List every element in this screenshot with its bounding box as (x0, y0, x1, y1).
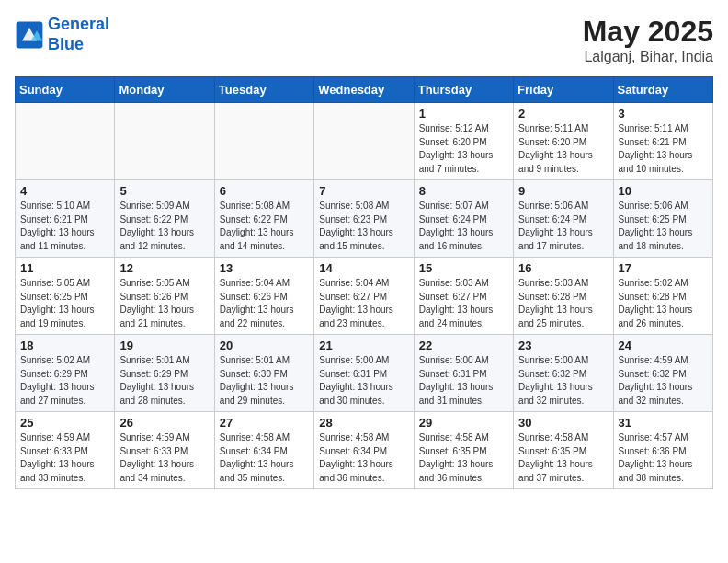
day-info: Sunrise: 5:00 AM Sunset: 6:31 PM Dayligh… (419, 354, 508, 408)
day-info: Sunrise: 5:10 AM Sunset: 6:21 PM Dayligh… (20, 200, 109, 253)
calendar-cell: 2Sunrise: 5:11 AM Sunset: 6:20 PM Daylig… (514, 103, 613, 180)
day-info: Sunrise: 4:57 AM Sunset: 6:36 PM Dayligh… (619, 431, 708, 485)
logo: General Blue (15, 15, 109, 54)
day-number: 11 (20, 261, 109, 275)
day-info: Sunrise: 5:00 AM Sunset: 6:31 PM Dayligh… (319, 354, 408, 408)
calendar-week-row: 18Sunrise: 5:02 AM Sunset: 6:29 PM Dayli… (16, 335, 713, 412)
day-info: Sunrise: 5:06 AM Sunset: 6:24 PM Dayligh… (518, 200, 608, 253)
calendar-cell: 22Sunrise: 5:00 AM Sunset: 6:31 PM Dayli… (414, 335, 513, 412)
calendar-cell: 10Sunrise: 5:06 AM Sunset: 6:25 PM Dayli… (613, 180, 712, 258)
calendar-week-row: 11Sunrise: 5:05 AM Sunset: 6:25 PM Dayli… (16, 258, 713, 335)
day-number: 5 (119, 184, 209, 198)
calendar-cell: 5Sunrise: 5:09 AM Sunset: 6:22 PM Daylig… (115, 180, 214, 258)
weekday-header-monday: Monday (115, 77, 214, 103)
day-info: Sunrise: 5:05 AM Sunset: 6:25 PM Dayligh… (20, 277, 109, 330)
page-header: General Blue May 2025 Lalganj, Bihar, In… (15, 15, 713, 65)
day-number: 13 (220, 261, 309, 275)
day-number: 29 (419, 416, 508, 430)
calendar-cell: 11Sunrise: 5:05 AM Sunset: 6:25 PM Dayli… (16, 258, 115, 335)
day-info: Sunrise: 5:02 AM Sunset: 6:29 PM Dayligh… (20, 354, 109, 408)
day-number: 8 (419, 184, 508, 198)
calendar-cell: 26Sunrise: 4:59 AM Sunset: 6:33 PM Dayli… (115, 412, 214, 489)
day-number: 25 (20, 416, 109, 430)
calendar-cell: 7Sunrise: 5:08 AM Sunset: 6:23 PM Daylig… (314, 180, 414, 258)
calendar-cell: 27Sunrise: 4:58 AM Sunset: 6:34 PM Dayli… (214, 412, 313, 489)
calendar-cell (214, 103, 313, 180)
day-info: Sunrise: 5:05 AM Sunset: 6:26 PM Dayligh… (119, 277, 209, 330)
day-number: 7 (319, 184, 408, 198)
day-info: Sunrise: 5:00 AM Sunset: 6:32 PM Dayligh… (518, 354, 608, 408)
day-number: 27 (220, 416, 309, 430)
calendar-cell: 21Sunrise: 5:00 AM Sunset: 6:31 PM Dayli… (314, 335, 414, 412)
day-number: 28 (319, 416, 408, 430)
calendar-cell: 31Sunrise: 4:57 AM Sunset: 6:36 PM Dayli… (613, 412, 712, 489)
calendar-cell: 20Sunrise: 5:01 AM Sunset: 6:30 PM Dayli… (214, 335, 313, 412)
day-number: 23 (518, 339, 608, 352)
day-info: Sunrise: 5:03 AM Sunset: 6:28 PM Dayligh… (518, 277, 608, 330)
weekday-header-saturday: Saturday (613, 77, 712, 103)
calendar-cell: 24Sunrise: 4:59 AM Sunset: 6:32 PM Dayli… (613, 335, 712, 412)
day-info: Sunrise: 5:11 AM Sunset: 6:21 PM Dayligh… (619, 122, 708, 176)
day-info: Sunrise: 5:01 AM Sunset: 6:30 PM Dayligh… (220, 354, 309, 408)
day-number: 3 (619, 107, 708, 121)
calendar-cell: 28Sunrise: 4:58 AM Sunset: 6:34 PM Dayli… (314, 412, 414, 489)
day-number: 2 (518, 107, 608, 121)
calendar-table: SundayMondayTuesdayWednesdayThursdayFrid… (15, 76, 713, 489)
day-number: 22 (419, 339, 508, 352)
calendar-cell: 1Sunrise: 5:12 AM Sunset: 6:20 PM Daylig… (414, 103, 513, 180)
calendar-week-row: 1Sunrise: 5:12 AM Sunset: 6:20 PM Daylig… (16, 103, 713, 180)
weekday-header-wednesday: Wednesday (314, 77, 414, 103)
day-info: Sunrise: 5:11 AM Sunset: 6:20 PM Dayligh… (518, 122, 608, 176)
weekday-header-thursday: Thursday (414, 77, 513, 103)
month-title: May 2025 (583, 15, 713, 49)
day-info: Sunrise: 5:06 AM Sunset: 6:25 PM Dayligh… (619, 200, 708, 253)
day-number: 1 (419, 107, 508, 121)
logo-icon (15, 20, 44, 50)
calendar-cell: 25Sunrise: 4:59 AM Sunset: 6:33 PM Dayli… (16, 412, 115, 489)
calendar-cell: 13Sunrise: 5:04 AM Sunset: 6:26 PM Dayli… (214, 258, 313, 335)
day-info: Sunrise: 4:59 AM Sunset: 6:33 PM Dayligh… (20, 431, 109, 485)
day-number: 6 (220, 184, 309, 198)
weekday-header-friday: Friday (514, 77, 613, 103)
calendar-cell: 4Sunrise: 5:10 AM Sunset: 6:21 PM Daylig… (16, 180, 115, 258)
day-info: Sunrise: 5:04 AM Sunset: 6:26 PM Dayligh… (220, 277, 309, 330)
weekday-header-sunday: Sunday (16, 77, 115, 103)
day-number: 31 (619, 416, 708, 430)
day-number: 9 (518, 184, 608, 198)
calendar-cell: 16Sunrise: 5:03 AM Sunset: 6:28 PM Dayli… (514, 258, 613, 335)
day-info: Sunrise: 4:58 AM Sunset: 6:34 PM Dayligh… (319, 431, 408, 485)
calendar-cell: 3Sunrise: 5:11 AM Sunset: 6:21 PM Daylig… (613, 103, 712, 180)
calendar-week-row: 4Sunrise: 5:10 AM Sunset: 6:21 PM Daylig… (16, 180, 713, 258)
day-number: 19 (119, 339, 209, 352)
day-number: 18 (20, 339, 109, 352)
calendar-cell (314, 103, 414, 180)
day-number: 20 (220, 339, 309, 352)
calendar-cell: 30Sunrise: 4:58 AM Sunset: 6:35 PM Dayli… (514, 412, 613, 489)
day-number: 30 (518, 416, 608, 430)
title-block: May 2025 Lalganj, Bihar, India (583, 15, 713, 65)
calendar-cell: 19Sunrise: 5:01 AM Sunset: 6:29 PM Dayli… (115, 335, 214, 412)
calendar-week-row: 25Sunrise: 4:59 AM Sunset: 6:33 PM Dayli… (16, 412, 713, 489)
calendar-cell: 15Sunrise: 5:03 AM Sunset: 6:27 PM Dayli… (414, 258, 513, 335)
day-number: 15 (419, 261, 508, 275)
day-info: Sunrise: 4:59 AM Sunset: 6:33 PM Dayligh… (119, 431, 209, 485)
day-info: Sunrise: 5:02 AM Sunset: 6:28 PM Dayligh… (619, 277, 708, 330)
location: Lalganj, Bihar, India (583, 49, 713, 65)
calendar-cell: 12Sunrise: 5:05 AM Sunset: 6:26 PM Dayli… (115, 258, 214, 335)
day-info: Sunrise: 5:01 AM Sunset: 6:29 PM Dayligh… (119, 354, 209, 408)
calendar-cell: 23Sunrise: 5:00 AM Sunset: 6:32 PM Dayli… (514, 335, 613, 412)
calendar-cell: 6Sunrise: 5:08 AM Sunset: 6:22 PM Daylig… (214, 180, 313, 258)
calendar-cell: 14Sunrise: 5:04 AM Sunset: 6:27 PM Dayli… (314, 258, 414, 335)
day-info: Sunrise: 4:58 AM Sunset: 6:35 PM Dayligh… (419, 431, 508, 485)
weekday-header-tuesday: Tuesday (214, 77, 313, 103)
day-number: 4 (20, 184, 109, 198)
day-number: 10 (619, 184, 708, 198)
day-number: 24 (619, 339, 708, 352)
logo-text: General Blue (48, 15, 109, 54)
day-info: Sunrise: 5:07 AM Sunset: 6:24 PM Dayligh… (419, 200, 508, 253)
day-number: 26 (119, 416, 209, 430)
day-info: Sunrise: 5:08 AM Sunset: 6:23 PM Dayligh… (319, 200, 408, 253)
day-info: Sunrise: 5:09 AM Sunset: 6:22 PM Dayligh… (119, 200, 209, 253)
day-number: 14 (319, 261, 408, 275)
day-number: 21 (319, 339, 408, 352)
